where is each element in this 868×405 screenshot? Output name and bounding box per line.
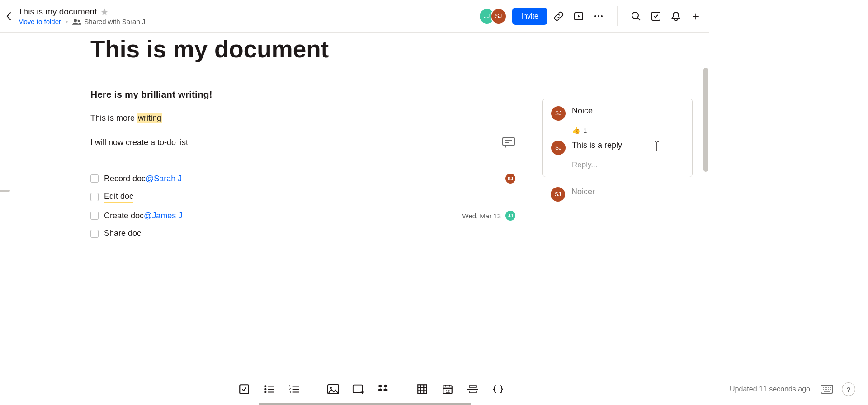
more-icon[interactable] bbox=[593, 10, 604, 22]
checkbox[interactable] bbox=[90, 230, 99, 238]
title-block: This is my document Move to folder • Sha… bbox=[18, 7, 145, 25]
left-handle[interactable] bbox=[0, 190, 10, 192]
people-icon bbox=[72, 19, 81, 25]
comment-body: This is a reply bbox=[572, 141, 622, 155]
doc-title[interactable]: This is my document bbox=[18, 7, 97, 17]
due-date[interactable]: Wed, Mar 13 bbox=[462, 212, 501, 220]
paragraph[interactable]: I will now create a to-do list bbox=[90, 137, 515, 148]
todo-list: Record doc @Sarah J SJ Edit doc Create d… bbox=[90, 174, 515, 238]
scrollbar-thumb[interactable] bbox=[703, 68, 708, 172]
svg-point-1 bbox=[78, 19, 80, 22]
todo-text: Share doc bbox=[104, 229, 141, 238]
document-body[interactable]: This is my document Here is my brilliant… bbox=[90, 33, 515, 246]
svg-point-0 bbox=[74, 19, 77, 22]
page-title[interactable]: This is my document bbox=[90, 35, 515, 63]
mention[interactable]: @Sarah J bbox=[146, 174, 182, 184]
move-to-folder-link[interactable]: Move to folder bbox=[18, 18, 61, 25]
comment-thread-card[interactable]: SJ Noice 👍 1 SJ This is a reply Reply... bbox=[542, 99, 693, 177]
avatar[interactable]: SJ bbox=[491, 8, 507, 24]
todo-item[interactable]: Edit doc bbox=[90, 192, 515, 202]
text: This is more bbox=[90, 113, 137, 122]
comment[interactable]: SJ This is a reply bbox=[551, 141, 684, 155]
add-icon[interactable]: ＋ bbox=[690, 10, 702, 22]
todo-item[interactable]: Share doc bbox=[90, 229, 515, 238]
tasks-icon[interactable] bbox=[650, 10, 662, 22]
reaction-count: 1 bbox=[583, 127, 587, 134]
comment-body: Noice bbox=[572, 106, 593, 121]
presence-avatars[interactable]: JJ SJ bbox=[479, 8, 507, 24]
comment-icon[interactable] bbox=[502, 137, 515, 148]
assignee-avatar[interactable]: JJ bbox=[505, 211, 515, 221]
avatar: SJ bbox=[551, 187, 565, 202]
checkbox[interactable] bbox=[90, 212, 99, 220]
svg-point-6 bbox=[632, 12, 638, 19]
reaction[interactable]: 👍 1 bbox=[572, 126, 684, 134]
thread-line bbox=[558, 121, 558, 124]
svg-rect-7 bbox=[652, 12, 660, 20]
chevron-left-icon bbox=[6, 12, 12, 21]
todo-text: Record doc bbox=[104, 174, 146, 184]
checkbox[interactable] bbox=[90, 193, 99, 201]
search-icon[interactable] bbox=[630, 10, 642, 22]
svg-point-5 bbox=[601, 15, 603, 17]
comment[interactable]: SJ Noicer bbox=[542, 187, 693, 202]
avatar: SJ bbox=[551, 106, 566, 121]
svg-point-4 bbox=[598, 15, 599, 17]
star-icon[interactable] bbox=[100, 8, 108, 16]
topbar: This is my document Move to folder • Sha… bbox=[0, 0, 709, 33]
present-icon[interactable] bbox=[573, 10, 585, 22]
back-button[interactable] bbox=[4, 11, 14, 22]
todo-item[interactable]: Record doc @Sarah J SJ bbox=[90, 174, 515, 184]
mention[interactable]: @James J bbox=[144, 211, 182, 221]
text: I will now create a to-do list bbox=[90, 138, 188, 147]
subheading[interactable]: Here is my brilliant writing! bbox=[90, 89, 515, 100]
comment-panel: SJ Noice 👍 1 SJ This is a reply Reply...… bbox=[542, 99, 693, 202]
svg-rect-8 bbox=[503, 137, 514, 146]
paragraph[interactable]: This is more writing bbox=[90, 113, 515, 123]
topbar-actions: ＋ bbox=[553, 6, 702, 26]
text-cursor-icon bbox=[654, 141, 660, 152]
todo-text: Create doc bbox=[104, 211, 144, 221]
reply-input[interactable]: Reply... bbox=[572, 160, 684, 170]
avatar: SJ bbox=[551, 141, 566, 155]
highlighted-text[interactable]: writing bbox=[137, 113, 162, 123]
shared-with[interactable]: Shared with Sarah J bbox=[72, 18, 145, 25]
comment-body: Noicer bbox=[571, 187, 595, 202]
shared-with-text: Shared with Sarah J bbox=[84, 18, 145, 25]
document-canvas: This is my document Here is my brilliant… bbox=[0, 33, 709, 299]
todo-text: Edit doc bbox=[104, 192, 133, 202]
divider bbox=[617, 6, 618, 26]
notifications-icon[interactable] bbox=[670, 10, 682, 22]
todo-item[interactable]: Create doc @James J Wed, Mar 13 JJ bbox=[90, 211, 515, 221]
link-icon[interactable] bbox=[553, 10, 565, 22]
thumbs-up-icon: 👍 bbox=[572, 126, 580, 134]
checkbox[interactable] bbox=[90, 174, 99, 183]
svg-point-3 bbox=[594, 15, 596, 17]
assignee-avatar[interactable]: SJ bbox=[505, 174, 515, 184]
comment[interactable]: SJ Noice bbox=[551, 106, 684, 121]
separator-dot: • bbox=[66, 18, 68, 25]
invite-button[interactable]: Invite bbox=[512, 8, 547, 25]
